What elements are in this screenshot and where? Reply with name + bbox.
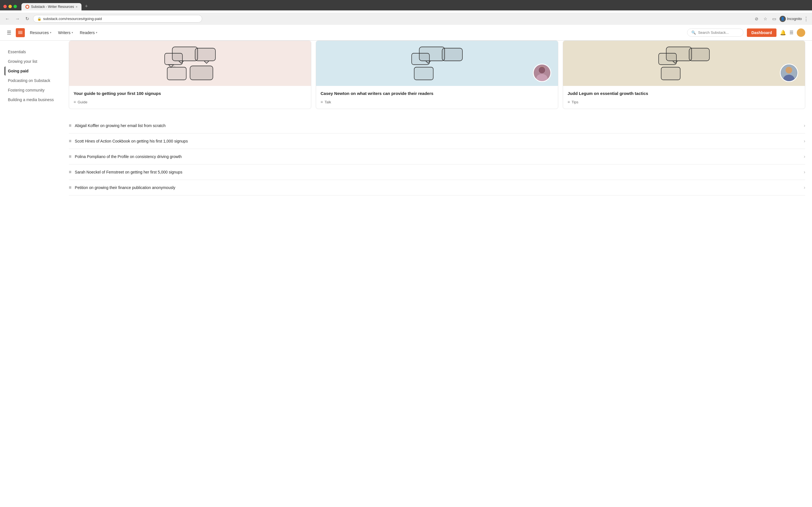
sidebar-growing-label: Growing your list xyxy=(8,59,37,64)
card-judd[interactable]: Judd Legum on essential growth tactics ≡… xyxy=(563,41,805,109)
svg-point-25 xyxy=(785,67,792,73)
sidebar-item-going-paid[interactable]: Going paid xyxy=(4,66,57,75)
nav-readers-chevron: ▾ xyxy=(96,31,97,34)
nav-resources[interactable]: Resources ▾ xyxy=(27,29,54,37)
sidebar-item-growing-list[interactable]: Growing your list xyxy=(4,57,57,66)
svg-rect-13 xyxy=(442,48,462,61)
svg-rect-9 xyxy=(190,66,213,80)
nav-writers-label: Writers xyxy=(58,31,70,35)
card-image-guide xyxy=(69,41,311,86)
card-tag-guide: ≡ Guide xyxy=(73,100,306,104)
card-tag-label-casey: Talk xyxy=(324,100,331,104)
user-icon: 👤 xyxy=(779,16,786,22)
list-item-1[interactable]: ≡ Scott Hines of Action Cookbook on gett… xyxy=(69,133,805,149)
svg-point-16 xyxy=(536,74,548,82)
judd-avatar xyxy=(780,64,798,82)
sidebar-item-essentials[interactable]: Essentials xyxy=(4,47,57,56)
svg-point-18 xyxy=(539,67,545,73)
incognito-badge[interactable]: 👤 Incognito xyxy=(779,16,802,22)
list-arrow-0: › xyxy=(804,123,805,128)
featured-cards-grid: Your guide to getting your first 100 sig… xyxy=(69,41,805,109)
list-item-0[interactable]: ≡ Abigail Koffler on growing her email l… xyxy=(69,118,805,133)
list-item-2[interactable]: ≡ Polina Pompliano of the Profile on con… xyxy=(69,149,805,165)
lock-icon: 🔒 xyxy=(37,17,42,21)
minimize-traffic-light[interactable] xyxy=(8,5,12,8)
traffic-lights xyxy=(3,5,17,8)
svg-point-0 xyxy=(26,6,29,8)
user-avatar[interactable] xyxy=(797,29,805,37)
nav-writers-chevron: ▾ xyxy=(71,31,73,34)
list-item-text-2: Polina Pompliano of the Profile on consi… xyxy=(75,154,800,159)
card-image-judd xyxy=(563,41,805,86)
sidebar-item-fostering[interactable]: Fostering community xyxy=(4,86,57,95)
bookmark-icon[interactable]: ☆ xyxy=(762,15,769,22)
forward-button[interactable]: → xyxy=(13,15,21,22)
search-input[interactable] xyxy=(698,31,739,35)
header-right: 🔍 Dashboard 🔔 ☰ xyxy=(687,29,805,37)
new-tab-button[interactable]: + xyxy=(83,2,90,10)
nav-readers-label: Readers xyxy=(80,31,95,35)
card-tag-icon-judd: ≡ xyxy=(567,100,570,104)
search-bar[interactable]: 🔍 xyxy=(687,29,744,37)
refresh-button[interactable]: ↻ xyxy=(24,15,31,22)
svg-rect-21 xyxy=(659,53,676,65)
list-icon-2: ≡ xyxy=(69,154,71,159)
list-item-3[interactable]: ≡ Sarah Noeckel of Femstreet on getting … xyxy=(69,165,805,180)
sidebar-podcasting-label: Podcasting on Substack xyxy=(8,78,50,83)
main-nav: Resources ▾ Writers ▾ Readers ▾ xyxy=(27,29,100,37)
browser-toolbar: ← → ↻ 🔒 substack.com/resources#going-pai… xyxy=(0,13,812,25)
tab-favicon xyxy=(26,5,29,9)
card-tag-label-guide: Guide xyxy=(78,100,87,104)
sidebar-item-media-business[interactable]: Building a media business xyxy=(4,95,57,104)
svg-rect-3 xyxy=(165,53,183,65)
more-button[interactable]: ⋮ xyxy=(804,16,809,22)
sidebar-toggle[interactable]: ▭ xyxy=(770,15,778,22)
card-body-guide: Your guide to getting your first 100 sig… xyxy=(69,86,311,109)
user-menu-button[interactable]: ☰ xyxy=(790,30,794,35)
toolbar-actions: ⊘ ☆ ▭ 👤 Incognito ⋮ xyxy=(753,15,809,22)
dashboard-button[interactable]: Dashboard xyxy=(747,29,776,37)
list-section: ≡ Abigail Koffler on growing her email l… xyxy=(69,118,805,195)
list-arrow-4: › xyxy=(804,185,805,190)
list-item-text-4: Petition on growing their finance public… xyxy=(75,185,800,190)
hamburger-icon[interactable]: ☰ xyxy=(7,30,11,36)
close-traffic-light[interactable] xyxy=(3,5,7,8)
card-casey[interactable]: Casey Newton on what writers can provide… xyxy=(316,41,558,109)
svg-rect-14 xyxy=(414,67,434,80)
app-header: ☰ Resources ▾ Writers ▾ Readers ▾ 🔍 Dash… xyxy=(0,25,812,41)
main-container: Essentials Growing your list Going paid … xyxy=(0,41,812,207)
tab-title: Substack - Writer Resources xyxy=(31,5,74,9)
substack-logo[interactable] xyxy=(16,28,25,37)
cast-icon[interactable]: ⊘ xyxy=(753,15,760,22)
svg-rect-7 xyxy=(167,67,186,80)
list-icon-0: ≡ xyxy=(69,123,71,128)
maximize-traffic-light[interactable] xyxy=(13,5,17,8)
card-guide[interactable]: Your guide to getting your first 100 sig… xyxy=(69,41,311,109)
svg-rect-22 xyxy=(689,48,709,61)
list-arrow-3: › xyxy=(804,170,805,175)
nav-readers[interactable]: Readers ▾ xyxy=(77,29,100,37)
list-arrow-2: › xyxy=(804,154,805,159)
url-bar[interactable]: 🔒 substack.com/resources#going-paid xyxy=(33,15,202,22)
card-title-guide: Your guide to getting your first 100 sig… xyxy=(73,91,306,96)
card-body-judd: Judd Legum on essential growth tactics ≡… xyxy=(563,86,805,109)
card-body-casey: Casey Newton on what writers can provide… xyxy=(316,86,558,109)
sidebar-item-podcasting[interactable]: Podcasting on Substack xyxy=(4,76,57,85)
sidebar-going-paid-label: Going paid xyxy=(8,69,29,73)
list-icon-3: ≡ xyxy=(69,170,71,175)
card-tag-label-judd: Tips xyxy=(571,100,578,104)
card-title-judd: Judd Legum on essential growth tactics xyxy=(567,91,801,96)
search-icon: 🔍 xyxy=(691,31,696,35)
nav-resources-label: Resources xyxy=(30,31,49,35)
tab-close-button[interactable]: × xyxy=(76,5,78,8)
nav-writers[interactable]: Writers ▾ xyxy=(55,29,76,37)
svg-rect-12 xyxy=(412,53,429,65)
card-title-casey: Casey Newton on what writers can provide… xyxy=(320,91,553,96)
list-item-4[interactable]: ≡ Petition on growing their finance publ… xyxy=(69,180,805,195)
back-button[interactable]: ← xyxy=(3,15,11,22)
tab-bar: Substack - Writer Resources × + xyxy=(21,2,90,10)
url-text: substack.com/resources#going-paid xyxy=(43,17,102,21)
nav-resources-chevron: ▾ xyxy=(50,31,51,34)
active-tab[interactable]: Substack - Writer Resources × xyxy=(21,3,82,10)
notification-bell[interactable]: 🔔 xyxy=(780,30,786,36)
